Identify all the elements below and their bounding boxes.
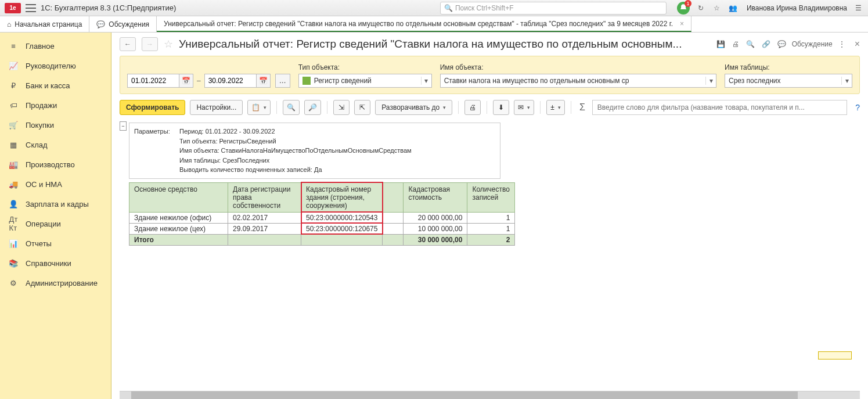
global-search[interactable]: 🔍 Поиск Ctrl+Shift+F: [440, 2, 667, 15]
resize-handle[interactable]: [818, 351, 852, 360]
close-page-icon[interactable]: ×: [855, 39, 860, 49]
calendar-icon[interactable]: 📅: [179, 74, 193, 88]
period-picker-button[interactable]: …: [275, 74, 290, 88]
bar-chart-icon: 📊: [8, 238, 19, 249]
link-icon[interactable]: 🔗: [761, 39, 772, 49]
nav-forward-button[interactable]: →: [142, 37, 158, 51]
sidebar-item-main[interactable]: ≡Главное: [0, 36, 111, 56]
sidebar-item-bank[interactable]: ₽Банк и касса: [0, 76, 111, 95]
col-header: Количество записей: [467, 182, 515, 212]
users-icon[interactable]: 👥: [728, 3, 739, 13]
sidebar-item-production[interactable]: 🏭Производство: [0, 154, 111, 174]
sidebar-item-purchases[interactable]: 🛒Покупки: [0, 115, 111, 135]
save-icon[interactable]: 💾: [715, 39, 726, 49]
sidebar-item-catalogs[interactable]: 📚Справочники: [0, 253, 111, 273]
close-icon[interactable]: ×: [680, 20, 684, 28]
cell: 10 000 000,00: [404, 223, 467, 234]
expand-to-button[interactable]: Разворачивать до▾: [375, 100, 452, 115]
tab-discussions[interactable]: 💬 Обсуждения: [89, 16, 157, 32]
home-icon: ⌂: [7, 20, 11, 28]
button-label: Настройки...: [196, 103, 236, 112]
chevron-down-icon[interactable]: ▾: [705, 77, 716, 85]
star-icon[interactable]: ☆: [164, 38, 173, 51]
discuss-icon[interactable]: 💬: [776, 39, 787, 49]
sidebar-item-admin[interactable]: ⚙Администрирование: [0, 273, 111, 293]
nav-back-button[interactable]: ←: [120, 37, 136, 51]
chevron-down-icon[interactable]: ▾: [421, 77, 431, 85]
params-line: Период: 01.01.2022 - 30.09.2022: [179, 128, 275, 135]
history-icon[interactable]: ↻: [696, 3, 706, 13]
menu-icon[interactable]: [26, 4, 36, 12]
print-icon[interactable]: 🖨: [731, 39, 740, 49]
help-icon[interactable]: ?: [855, 103, 860, 112]
sidebar-item-label: Банк и касса: [26, 81, 70, 90]
navigation-sidebar: ≡Главное 📈Руководителю ₽Банк и касса 🏷Пр…: [0, 33, 111, 399]
tab-report[interactable]: Универсальный отчет: Регистр сведений "С…: [157, 16, 691, 32]
boxes-icon: ▦: [8, 139, 19, 150]
find-button[interactable]: 🔍: [283, 100, 300, 115]
preview-icon[interactable]: 🔍: [745, 39, 756, 49]
email-button[interactable]: ✉▾: [514, 100, 534, 115]
sidebar-item-label: Справочники: [26, 259, 71, 268]
print-button[interactable]: 🖨: [464, 100, 481, 115]
cell: Здание нежилое (офис): [129, 212, 228, 223]
chevron-down-icon[interactable]: ▾: [841, 77, 852, 85]
chart-line-icon: 📈: [8, 60, 19, 71]
table-name-select[interactable]: Срез последних ▾: [725, 74, 852, 88]
sidebar-item-label: Покупки: [26, 121, 54, 130]
table-row[interactable]: Здание нежилое (цех) 29.09.2017 50:23:00…: [129, 223, 515, 234]
params-line: Тип объекта: РегистрыСведений: [179, 136, 495, 146]
save-file-button[interactable]: ⬇: [493, 100, 509, 115]
date-to-field[interactable]: 📅: [204, 74, 271, 88]
variant-button[interactable]: 📋▾: [247, 100, 271, 115]
collapse-handle[interactable]: −: [120, 121, 127, 131]
date-from-field[interactable]: 📅: [127, 74, 193, 88]
sidebar-item-sales[interactable]: 🏷Продажи: [0, 95, 111, 115]
date-to-input[interactable]: [204, 74, 257, 88]
table-row[interactable]: Здание нежилое (офис) 02.02.2017 50:23:0…: [129, 212, 515, 223]
cell: 1: [467, 223, 515, 234]
current-user[interactable]: Иванова Ирина Владимировна: [747, 4, 847, 12]
object-type-select[interactable]: Регистр сведений ▾: [298, 74, 432, 88]
name-label: Имя объекта:: [440, 63, 716, 71]
register-icon: [302, 77, 311, 85]
expand-all-button[interactable]: ⇲: [333, 100, 350, 115]
tab-home[interactable]: ⌂ Начальная страница: [0, 16, 89, 32]
discuss-label[interactable]: Обсуждение: [792, 40, 833, 48]
favorite-icon[interactable]: ☆: [712, 3, 722, 13]
cell: Здание нежилое (цех): [129, 223, 228, 234]
generate-button[interactable]: Сформировать: [120, 100, 185, 115]
calendar-icon[interactable]: 📅: [257, 74, 271, 88]
collapse-all-button[interactable]: ⇱: [354, 100, 370, 115]
tab-label: Начальная страница: [15, 20, 82, 28]
tab-bar: ⌂ Начальная страница 💬 Обсуждения Универ…: [0, 16, 868, 33]
sidebar-item-label: Производство: [26, 160, 75, 169]
find-next-button[interactable]: 🔎: [304, 100, 321, 115]
sidebar-item-manager[interactable]: 📈Руководителю: [0, 56, 111, 76]
more-icon[interactable]: ⋮: [837, 39, 847, 49]
cell: 50:23:0000000:120675: [301, 223, 383, 234]
app-topbar: 1e 1С: Бухгалтерия 8.3 (1С:Предприятие) …: [0, 0, 868, 16]
filter-input[interactable]: [592, 100, 847, 115]
sidebar-item-assets[interactable]: 🚚ОС и НМА: [0, 174, 111, 194]
settings-lines-icon[interactable]: ☰: [853, 3, 863, 13]
sidebar-item-operations[interactable]: ДтКтОперации: [0, 214, 111, 233]
notification-bell-icon[interactable]: [677, 2, 690, 15]
col-header: Основное средство: [129, 182, 228, 212]
sidebar-item-hr[interactable]: 👤Зарплата и кадры: [0, 194, 111, 214]
date-from-input[interactable]: [127, 74, 179, 88]
sigma-icon: Σ: [577, 102, 588, 113]
horizontal-scrollbar[interactable]: [120, 391, 860, 399]
sidebar-item-warehouse[interactable]: ▦Склад: [0, 135, 111, 154]
button-label: Сформировать: [126, 103, 179, 112]
object-name-select[interactable]: Ставки налога на имущество по отдельным …: [440, 74, 716, 88]
type-label: Тип объекта:: [298, 63, 432, 71]
cell: [383, 223, 404, 234]
cell: 20 000 000,00: [404, 212, 467, 223]
cell: 2: [467, 234, 515, 245]
cell: 29.09.2017: [228, 223, 301, 234]
sidebar-item-reports[interactable]: 📊Отчеты: [0, 233, 111, 253]
diff-button[interactable]: ±▾: [546, 100, 565, 115]
settings-button[interactable]: Настройки...: [190, 100, 243, 115]
col-header: Кадастровый номер здания (строения, соор…: [301, 182, 383, 212]
